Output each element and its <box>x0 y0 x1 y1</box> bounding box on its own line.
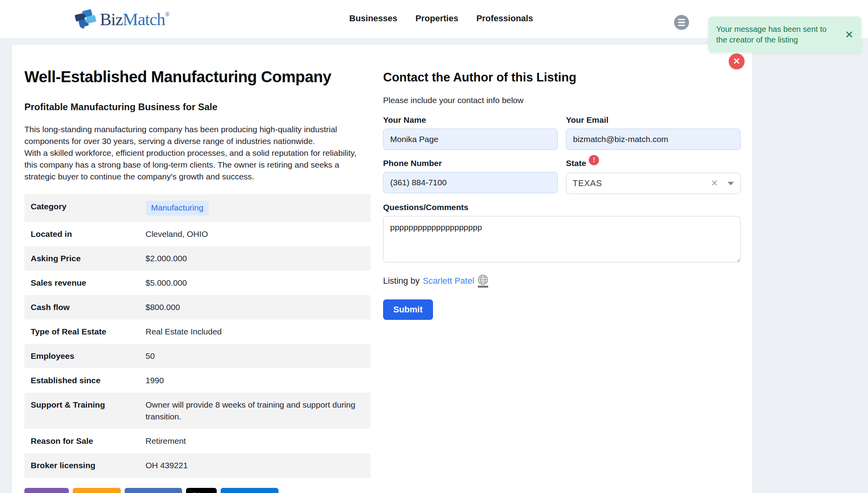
row-label: Cash flow <box>31 301 146 313</box>
nav-professionals[interactable]: Professionals <box>476 13 533 24</box>
category-badge-link[interactable]: Manufacturing <box>146 201 209 216</box>
row-value: Retirement <box>146 435 358 447</box>
row-label: Employees <box>31 350 146 362</box>
print-button[interactable]: Print <box>24 488 69 493</box>
row-label: Asking Price <box>31 253 146 264</box>
description-paragraph: This long-standing manufacturing company… <box>24 124 370 147</box>
listing-details-table: Category Manufacturing Located in Clevel… <box>24 194 370 478</box>
puzzle-logo-icon <box>74 9 100 30</box>
share-buttons-row: Print Email f Facebook <box>24 488 370 493</box>
state-selected-value: TEXAS <box>573 178 602 188</box>
phone-field-group: Phone Number <box>383 159 558 194</box>
modal-close-button[interactable]: ✕ <box>729 54 745 69</box>
main-nav: Businesses Properties Professionals <box>349 13 533 24</box>
row-label: Located in <box>31 228 146 240</box>
row-label: Broker licensing <box>31 460 146 471</box>
phone-label: Phone Number <box>383 159 558 168</box>
bizmatch-logo[interactable]: BizMatch® <box>74 9 170 30</box>
listing-by-row: Listing by Scarlett Patel <box>383 274 741 288</box>
row-label: Support & Training <box>31 399 146 411</box>
table-row-sales-revenue: Sales revenue $5.000.000 <box>24 271 370 295</box>
phone-input[interactable] <box>383 172 558 193</box>
page: BizMatch® Businesses Properties Professi… <box>0 0 868 493</box>
author-globe-icon[interactable] <box>477 274 488 288</box>
listing-by-text: Listing by <box>383 276 420 286</box>
row-value: $5.000.000 <box>146 277 358 289</box>
listing-details-column: Well-Established Manufacturing Company P… <box>24 64 370 493</box>
listing-title: Well-Established Manufacturing Company <box>24 68 370 86</box>
linkedin-share-button[interactable]: in LinkedIn <box>221 488 278 493</box>
contact-form-column: Contact the Author of this Listing Pleas… <box>383 64 741 493</box>
logo-text: BizMatch® <box>100 9 170 30</box>
hamburger-menu-button[interactable] <box>674 15 689 30</box>
name-field-group: Your Name <box>383 115 558 150</box>
table-row-support-training: Support & Training Owner will provide 8 … <box>24 393 370 429</box>
table-row-asking-price: Asking Price $2.000.000 <box>24 246 370 271</box>
table-row-cash-flow: Cash flow $800.000 <box>24 295 370 319</box>
table-row-broker-licensing: Broker licensing OH 439221 <box>24 453 370 478</box>
contact-form-subtitle: Please include your contact info below <box>383 96 741 105</box>
state-label-row: State ! <box>566 159 741 169</box>
name-label: Your Name <box>383 115 558 125</box>
row-value: $2.000.000 <box>146 253 358 264</box>
contact-form-grid: Your Name Your Email Phone Number State <box>383 115 741 264</box>
row-label: Category <box>31 201 146 212</box>
row-label: Established since <box>31 375 146 386</box>
email-label: Your Email <box>566 115 741 125</box>
state-clear-icon[interactable]: ✕ <box>711 178 718 188</box>
table-row-category: Category Manufacturing <box>24 194 370 222</box>
comments-textarea[interactable]: pppppppppppppppppppp <box>383 216 741 262</box>
row-value: 1990 <box>146 375 358 386</box>
table-row-established: Established since 1990 <box>24 368 370 393</box>
globe-caption <box>478 286 488 288</box>
toast-message: Your message has been sent to the creato… <box>716 24 834 45</box>
table-row-located-in: Located in Cleveland, OHIO <box>24 222 370 246</box>
state-select[interactable]: TEXAS ✕ <box>566 173 741 194</box>
email-field-group: Your Email <box>566 115 741 150</box>
listing-subtitle: Profitable Manufacturing Business for Sa… <box>24 102 370 113</box>
row-value: OH 439221 <box>146 460 358 471</box>
table-row-reason-for-sale: Reason for Sale Retirement <box>24 429 370 453</box>
row-value: Cleveland, OHIO <box>146 228 358 240</box>
state-error-icon: ! <box>589 155 599 165</box>
row-value: 50 <box>146 350 358 362</box>
table-row-real-estate: Type of Real Estate Real Estate Included <box>24 319 370 344</box>
toast-close-icon[interactable]: ✕ <box>845 30 853 40</box>
state-label: State <box>566 159 586 168</box>
chevron-down-icon[interactable] <box>728 182 734 185</box>
description-paragraph: With a skilled workforce, efficient prod… <box>24 147 370 183</box>
listing-modal-card: ✕ Well-Established Manufacturing Company… <box>12 44 752 493</box>
comments-label: Questions/Comments <box>383 203 741 212</box>
row-label: Sales revenue <box>31 277 146 289</box>
row-value: $800.000 <box>146 301 358 313</box>
author-link[interactable]: Scarlett Patel <box>423 276 474 286</box>
comments-field-group: Questions/Comments pppppppppppppppppppp <box>383 203 741 264</box>
x-share-button[interactable]: 𝕏 X <box>186 488 217 493</box>
listing-description: This long-standing manufacturing company… <box>24 124 370 183</box>
row-value: Owner will provide 8 weeks of training a… <box>146 399 358 423</box>
row-value: Real Estate Included <box>146 326 358 338</box>
nav-properties[interactable]: Properties <box>415 13 458 24</box>
submit-button[interactable]: Submit <box>383 299 433 320</box>
email-input[interactable] <box>566 129 741 150</box>
contact-form-title: Contact the Author of this Listing <box>383 70 741 85</box>
row-label: Reason for Sale <box>31 435 146 447</box>
name-input[interactable] <box>383 129 558 150</box>
success-toast: Your message has been sent to the creato… <box>708 17 861 53</box>
nav-businesses[interactable]: Businesses <box>349 13 397 24</box>
row-label: Type of Real Estate <box>31 326 146 338</box>
email-button[interactable]: Email <box>73 488 121 493</box>
table-row-employees: Employees 50 <box>24 344 370 368</box>
facebook-share-button[interactable]: f Facebook <box>125 488 182 493</box>
hamburger-icon <box>678 19 685 20</box>
state-field-group: State ! TEXAS ✕ <box>566 159 741 194</box>
